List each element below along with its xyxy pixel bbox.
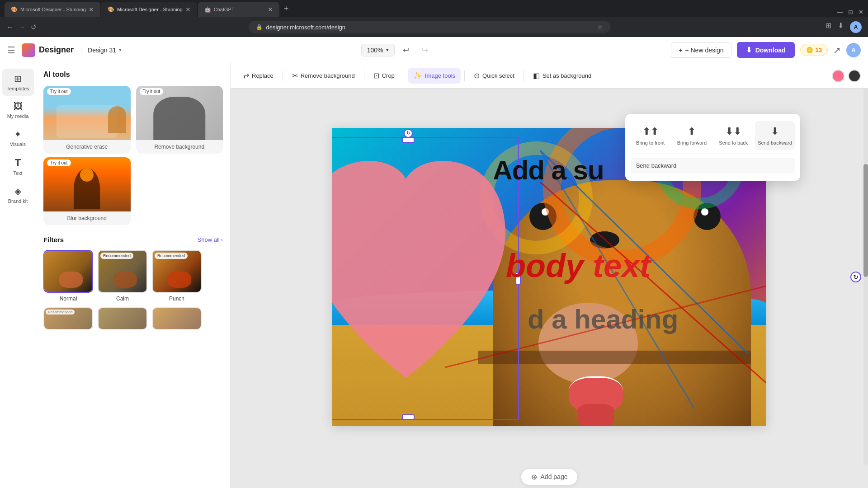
new-design-btn[interactable]: + + New design <box>671 42 731 58</box>
toolbar-right <box>832 70 861 82</box>
address-input[interactable]: 🔒 designer.microsoft.com/design ☆ <box>249 21 610 33</box>
show-all-link[interactable]: Show all › <box>198 236 223 243</box>
extensions-icon[interactable]: ⊞ <box>826 21 831 33</box>
browser-tab-1[interactable]: 🎨 Microsoft Designer - Stunning ✕ <box>5 2 100 17</box>
generative-erase-img: Try it out <box>43 86 131 140</box>
filter-punch[interactable]: Recommended Punch <box>152 250 202 302</box>
ai-tool-blur-background[interactable]: Try it out Blur background <box>43 157 131 225</box>
redo-btn[interactable]: ↪ <box>418 43 432 57</box>
bring-forward-option[interactable]: ⬆ Bring forward <box>672 121 712 150</box>
canvas-text-1: Add a su <box>493 155 604 186</box>
filters-row: Normal Recommended Calm <box>43 250 223 302</box>
send-backward-icon: ⬇ <box>771 126 779 137</box>
image-tools-btn[interactable]: ✨ Image tools <box>408 68 461 84</box>
browser-tab-2[interactable]: 🎨 Microsoft Designer - Stunning ✕ <box>101 2 197 17</box>
quick-select-label: Quick select <box>482 72 514 79</box>
tab1-close[interactable]: ✕ <box>89 6 94 13</box>
filter-calm[interactable]: Recommended Calm <box>98 250 147 302</box>
minimize-btn[interactable]: — <box>837 9 843 15</box>
download-btn[interactable]: ⬇ Download <box>737 42 795 58</box>
filter-more-2[interactable] <box>98 307 147 330</box>
canvas-text-3: d a heading <box>528 304 678 335</box>
quick-select-btn[interactable]: ⊙ Quick select <box>468 68 520 84</box>
tab3-title: ChatGPT <box>214 7 265 12</box>
text-overlay-1: Add a su <box>493 155 604 185</box>
color-swatch-dark[interactable] <box>848 70 861 82</box>
bring-to-front-option[interactable]: ⬆⬆ Bring to front <box>631 121 670 150</box>
profile-icon[interactable]: A <box>850 21 862 33</box>
remove-bg-btn[interactable]: ✂ Remove background <box>287 68 360 84</box>
zoom-control[interactable]: 100% ▾ <box>361 44 395 56</box>
panel-title: AI tools <box>43 70 223 79</box>
coins-badge: 🪙 13 <box>800 44 828 56</box>
ai-tool-remove-background[interactable]: Try it out Remove background <box>136 86 223 154</box>
canvas-viewport: ↻ Add a su body text d a heading <box>231 89 868 465</box>
forward-btn[interactable]: → <box>19 23 25 31</box>
ai-tools-row2: Try it out Blur background <box>43 157 223 225</box>
hamburger-menu[interactable]: ☰ <box>7 45 15 56</box>
restore-btn[interactable]: ⊡ <box>848 9 853 15</box>
set-as-bg-btn[interactable]: ◧ Set as background <box>528 68 597 84</box>
lock-icon: 🔒 <box>256 24 263 30</box>
back-btn[interactable]: ← <box>6 23 13 31</box>
browser-tab-3[interactable]: 🤖 ChatGPT ✕ <box>198 2 279 17</box>
crop-btn[interactable]: ⊡ Crop <box>368 68 400 84</box>
header-right: + + New design ⬇ Download 🪙 13 ↗ A <box>671 42 861 58</box>
text-icon: T <box>15 157 21 169</box>
reload-btn[interactable]: ↺ <box>31 23 37 31</box>
sidebar-item-my-media[interactable]: 🖼 My media <box>2 97 34 123</box>
bring-to-front-label: Bring to front <box>636 140 665 145</box>
toolbar-sep-2 <box>364 70 364 81</box>
tab2-close[interactable]: ✕ <box>185 6 191 13</box>
send-backward-option[interactable]: ⬇ Send backward <box>755 121 795 150</box>
brand-kit-icon: ◈ <box>14 186 21 197</box>
send-to-back-icon: ⬇⬇ <box>725 126 741 137</box>
replace-btn[interactable]: ⇄ Replace <box>238 68 279 84</box>
download-label: Download <box>755 47 786 54</box>
heart-container <box>332 143 514 407</box>
sidebar-item-templates[interactable]: ⊞ Templates <box>2 69 34 96</box>
add-page-bar: ⊕ Add page <box>231 465 868 488</box>
download-icon: ⬇ <box>746 46 752 54</box>
close-btn[interactable]: ✕ <box>859 9 863 15</box>
canvas-scrollbar-v[interactable] <box>863 89 868 465</box>
text-overlay-text: text <box>593 247 651 284</box>
crop-icon: ⊡ <box>373 71 379 80</box>
window-controls: — ⊡ ✕ <box>837 9 863 15</box>
account-avatar[interactable]: A <box>846 43 861 57</box>
color-swatch-pink[interactable] <box>832 70 844 82</box>
filter-more-1[interactable]: Recommended <box>43 307 93 330</box>
toolbar-sep-5 <box>524 70 524 81</box>
text-label: Text <box>13 170 22 176</box>
downloads-icon[interactable]: ⬇ <box>838 21 844 33</box>
image-tools-icon: ✨ <box>413 71 422 80</box>
share-icon[interactable]: ↗ <box>833 45 841 56</box>
sidebar-item-brand-kit[interactable]: ◈ Brand kit <box>2 181 34 208</box>
undo-btn[interactable]: ↩ <box>399 43 413 57</box>
filters-row2: Recommended <box>43 307 223 330</box>
design-chevron[interactable]: ▾ <box>119 47 122 53</box>
filter-more-3[interactable] <box>152 307 202 330</box>
crop-label: Crop <box>382 72 395 79</box>
my-media-icon: 🖼 <box>14 101 23 112</box>
ai-tool-generative-erase[interactable]: Try it out Generative erase <box>43 86 131 154</box>
star-icon[interactable]: ☆ <box>597 23 603 31</box>
canvas-rotate-handle[interactable]: ↻ <box>850 272 861 282</box>
filter-calm-label: Calm <box>116 296 129 302</box>
send-backward-menu-item[interactable]: Send backward <box>631 158 795 174</box>
sidebar-item-text[interactable]: T Text <box>2 152 34 180</box>
sidebar-item-visuals[interactable]: ✦ Visuals <box>2 124 34 151</box>
filter-normal[interactable]: Normal <box>43 250 93 302</box>
tab3-close[interactable]: ✕ <box>268 6 273 13</box>
design-name-container: Design 31 ▾ <box>81 47 122 54</box>
remove-bg-toolbar-label: Remove background <box>301 72 355 79</box>
layer-options-grid: ⬆⬆ Bring to front ⬆ Bring forward ⬇⬇ Sen… <box>631 121 795 150</box>
tab3-favicon: 🤖 <box>204 6 211 13</box>
bring-to-front-icon: ⬆⬆ <box>642 126 659 137</box>
add-page-btn[interactable]: ⊕ Add page <box>521 469 578 485</box>
send-to-back-option[interactable]: ⬇⬇ Send to back <box>713 121 753 150</box>
panel: AI tools Try it out Generative erase <box>36 63 231 488</box>
send-backward-menu-label: Send backward <box>636 162 677 169</box>
new-tab-btn[interactable]: + <box>280 2 292 15</box>
canvas-scrollbar-thumb[interactable] <box>863 164 868 277</box>
